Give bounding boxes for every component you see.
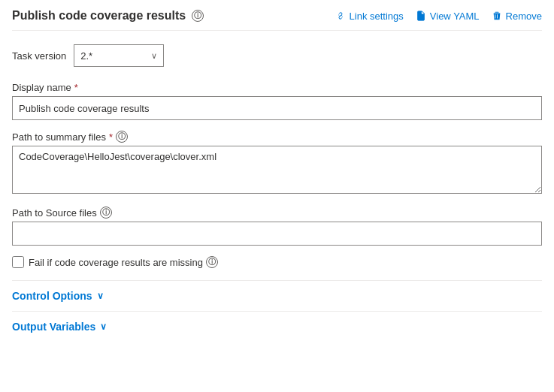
link-settings-button[interactable]: Link settings (335, 11, 404, 22)
path-summary-input[interactable]: CodeCoverage\HelloJest\coverage\clover.x… (12, 146, 542, 194)
control-options-section: Control Options ∨ (12, 280, 542, 311)
page-header: Publish code coverage results ⓘ Link set… (12, 9, 542, 31)
remove-label: Remove (506, 11, 542, 22)
view-yaml-label: View YAML (430, 11, 480, 22)
output-variables-chevron-icon: ∨ (100, 321, 107, 332)
control-options-header[interactable]: Control Options ∨ (12, 290, 542, 302)
task-version-select[interactable]: 2.* ∨ (74, 44, 164, 67)
path-source-input[interactable] (12, 222, 542, 246)
page-title: Publish code coverage results (12, 9, 186, 23)
task-version-chevron-icon: ∨ (151, 51, 157, 61)
view-yaml-button[interactable]: View YAML (416, 11, 480, 22)
display-name-required: * (74, 82, 78, 93)
control-options-label: Control Options (12, 290, 92, 302)
output-variables-header[interactable]: Output Variables ∨ (12, 321, 542, 333)
title-info-icon[interactable]: ⓘ (192, 10, 204, 22)
display-name-label: Display name * (12, 82, 542, 93)
fail-missing-label[interactable]: Fail if code coverage results are missin… (29, 256, 218, 268)
output-variables-label: Output Variables (12, 321, 95, 333)
path-source-label: Path to Source files ⓘ (12, 207, 542, 219)
task-version-value: 2.* (80, 50, 92, 62)
path-summary-label: Path to summary files * ⓘ (12, 131, 542, 143)
display-name-section: Display name * (12, 82, 542, 120)
task-version-row: Task version 2.* ∨ (12, 44, 542, 67)
header-left: Publish code coverage results ⓘ (12, 9, 204, 23)
path-source-info-icon[interactable]: ⓘ (100, 207, 112, 219)
remove-button[interactable]: Remove (492, 11, 542, 22)
path-source-section: Path to Source files ⓘ (12, 207, 542, 246)
display-name-input[interactable] (12, 96, 542, 120)
path-summary-info-icon[interactable]: ⓘ (116, 131, 128, 143)
path-summary-required: * (109, 131, 113, 143)
fail-missing-row: Fail if code coverage results are missin… (12, 256, 542, 268)
task-version-label: Task version (12, 50, 66, 62)
link-settings-icon (335, 11, 346, 21)
control-options-chevron-icon: ∨ (97, 291, 104, 301)
header-actions: Link settings View YAML Remove (335, 11, 542, 22)
output-variables-section: Output Variables ∨ (12, 311, 542, 342)
remove-icon (492, 11, 502, 21)
fail-missing-checkbox[interactable] (12, 256, 24, 268)
path-summary-section: Path to summary files * ⓘ CodeCoverage\H… (12, 131, 542, 196)
view-yaml-icon (416, 11, 426, 21)
fail-missing-info-icon[interactable]: ⓘ (206, 256, 218, 268)
link-settings-label: Link settings (350, 11, 404, 22)
